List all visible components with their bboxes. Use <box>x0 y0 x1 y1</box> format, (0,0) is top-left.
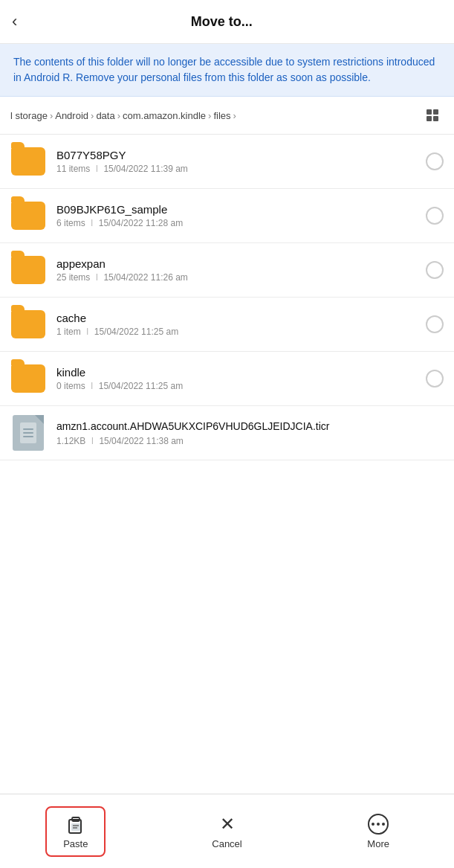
doc-line <box>23 436 33 437</box>
file-meta: 0 items I 15/04/2022 11:25 am <box>56 381 415 391</box>
file-icon-wrap <box>10 415 46 451</box>
breadcrumb: l storage › Android › data › com.amazon.… <box>0 97 454 135</box>
breadcrumb-part-3[interactable]: com.amazon.kindle <box>123 110 206 121</box>
folder-icon-wrap <box>10 252 46 288</box>
cancel-icon: ✕ <box>217 814 238 835</box>
breadcrumb-sep-1: › <box>91 110 94 121</box>
more-dot <box>377 823 380 826</box>
folder-icon <box>11 256 45 284</box>
file-meta: 25 items I 15/04/2022 11:26 am <box>56 272 415 283</box>
radio-button[interactable] <box>426 207 444 225</box>
file-info: cache 1 item I 15/04/2022 11:25 am <box>56 312 415 337</box>
more-dot <box>382 823 385 826</box>
file-name: amzn1.account.AHDWA5UKXCIP6VHUD6GLJEIDJC… <box>56 419 444 434</box>
file-name: kindle <box>56 366 415 379</box>
file-info: B077Y58PGY 11 items I 15/04/2022 11:39 a… <box>56 149 415 174</box>
breadcrumb-items: l storage › Android › data › com.amazon.… <box>10 110 420 121</box>
radio-button[interactable] <box>426 370 444 388</box>
paste-button[interactable]: Paste <box>0 799 152 864</box>
document-icon-inner <box>20 422 36 443</box>
file-name: B077Y58PGY <box>56 149 415 161</box>
folder-icon <box>11 147 45 176</box>
bottom-toolbar: Paste ✕ Cancel More <box>0 794 454 868</box>
warning-text: The contents of this folder will no long… <box>13 54 441 86</box>
breadcrumb-part-1[interactable]: Android <box>55 110 88 121</box>
folder-icon <box>11 202 45 230</box>
more-icon <box>368 814 389 835</box>
more-button[interactable]: More <box>302 806 454 857</box>
folder-icon-wrap <box>10 198 46 234</box>
back-button[interactable]: ‹ <box>12 10 23 33</box>
more-label: More <box>367 838 389 849</box>
breadcrumb-part-4[interactable]: files <box>213 110 230 121</box>
breadcrumb-part-0[interactable]: l storage <box>10 110 48 121</box>
folder-icon-wrap <box>10 306 46 342</box>
list-item[interactable]: amzn1.account.AHDWA5UKXCIP6VHUD6GLJEIDJC… <box>0 406 454 460</box>
breadcrumb-part-2[interactable]: data <box>96 110 114 121</box>
breadcrumb-sep-3: › <box>208 110 211 121</box>
cancel-button[interactable]: ✕ Cancel <box>152 806 303 857</box>
file-meta: 11 items I 15/04/2022 11:39 am <box>56 164 415 174</box>
list-item[interactable]: B09BJKP61G_sample 6 items I 15/04/2022 1… <box>0 189 454 243</box>
file-meta: 1 item I 15/04/2022 11:25 am <box>56 327 415 337</box>
cancel-label: Cancel <box>212 838 241 849</box>
list-item[interactable]: kindle 0 items I 15/04/2022 11:25 am <box>0 352 454 406</box>
file-meta: 6 items I 15/04/2022 11:28 am <box>56 218 415 228</box>
doc-line <box>23 432 33 434</box>
grid-view-button[interactable] <box>421 104 444 126</box>
doc-line <box>23 428 33 430</box>
svg-rect-2 <box>71 823 80 831</box>
folder-icon <box>11 364 45 393</box>
radio-button[interactable] <box>426 152 444 170</box>
breadcrumb-sep-0: › <box>50 110 53 121</box>
file-info: appexpan 25 items I 15/04/2022 11:26 am <box>56 257 415 283</box>
folder-icon-wrap <box>10 361 46 396</box>
file-list: B077Y58PGY 11 items I 15/04/2022 11:39 a… <box>0 135 454 460</box>
file-info: amzn1.account.AHDWA5UKXCIP6VHUD6GLJEIDJC… <box>56 419 444 447</box>
paste-icon <box>65 814 86 835</box>
file-meta: 1.12KB I 15/04/2022 11:38 am <box>56 436 444 446</box>
list-item[interactable]: cache 1 item I 15/04/2022 11:25 am <box>0 298 454 352</box>
folder-icon-wrap <box>10 144 46 179</box>
file-name: B09BJKP61G_sample <box>56 203 415 216</box>
radio-button[interactable] <box>426 315 444 333</box>
list-item[interactable]: appexpan 25 items I 15/04/2022 11:26 am <box>0 243 454 298</box>
document-icon <box>13 415 44 451</box>
file-name: appexpan <box>56 257 415 270</box>
paste-label: Paste <box>63 838 88 849</box>
header: ‹ Move to... <box>0 0 454 44</box>
warning-banner: The contents of this folder will no long… <box>0 44 454 97</box>
more-dot <box>372 823 374 826</box>
breadcrumb-sep-2: › <box>117 110 120 121</box>
paste-button-wrap: Paste <box>45 806 106 857</box>
page-title: Move to... <box>23 14 420 30</box>
breadcrumb-sep-4: › <box>233 110 236 121</box>
grid-icon <box>427 109 438 121</box>
list-item[interactable]: B077Y58PGY 11 items I 15/04/2022 11:39 a… <box>0 135 454 189</box>
folder-icon <box>11 310 45 338</box>
radio-button[interactable] <box>426 261 444 279</box>
file-info: kindle 0 items I 15/04/2022 11:25 am <box>56 366 415 391</box>
file-info: B09BJKP61G_sample 6 items I 15/04/2022 1… <box>56 203 415 228</box>
file-name: cache <box>56 312 415 324</box>
